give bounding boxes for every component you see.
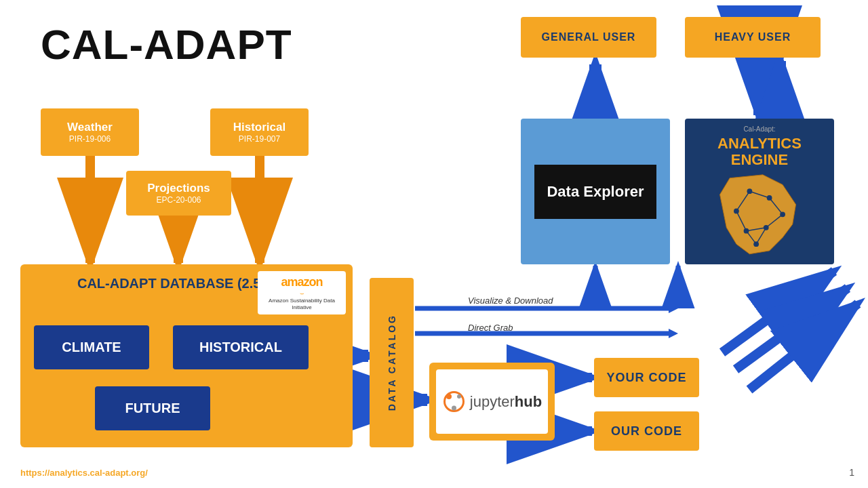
california-map — [709, 171, 810, 258]
analytics-pre: Cal-Adapt: — [743, 125, 775, 133]
weather-label: Weather — [67, 121, 113, 134]
page-title: CAL-ADAPT — [41, 20, 292, 68]
amazon-smile: ⌣ — [300, 289, 304, 298]
projections-sub: EPC-20-006 — [156, 195, 201, 205]
analytics-engine-container: Cal-Adapt: ANALYTICS ENGINE — [685, 119, 834, 264]
svg-marker-10 — [669, 304, 678, 313]
data-catalog-label: DATA CATALOG — [387, 314, 397, 411]
projections-label: Projections — [147, 182, 210, 195]
svg-text:Visualize & Download: Visualize & Download — [468, 296, 553, 306]
heavy-user-box: HEAVY USER — [685, 17, 821, 58]
analytics-title: ANALYTICS ENGINE — [692, 136, 827, 168]
jupyterhub-inner: jupyterhub — [436, 369, 548, 434]
amazon-logo: amazon — [281, 275, 322, 289]
historical-input-sub: PIR-19-007 — [239, 134, 280, 144]
svg-marker-11 — [669, 329, 678, 338]
jupyterhub-box: jupyterhub — [429, 363, 555, 441]
projections-box: Projections EPC-20-006 — [126, 171, 231, 216]
svg-point-44 — [452, 406, 456, 411]
svg-line-20 — [722, 271, 834, 352]
data-explorer-label: Data Explorer — [547, 183, 644, 201]
footer-link[interactable]: https://analytics.cal-adapt.org/ — [20, 468, 148, 478]
jupyter-label: jupyterhub — [470, 393, 542, 411]
weather-box: Weather PIR-19-006 — [41, 108, 139, 156]
historical-input-label: Historical — [233, 121, 285, 134]
amazon-badge: amazon ⌣ Amazon Sustainability Data Init… — [258, 271, 346, 314]
svg-point-42 — [446, 394, 452, 399]
svg-point-43 — [457, 394, 461, 399]
future-box: FUTURE — [95, 386, 210, 430]
climate-box: CLIMATE — [34, 325, 149, 369]
data-catalog-box: DATA CATALOG — [370, 278, 414, 447]
data-explorer-inner: Data Explorer — [534, 165, 656, 219]
historical-input-box: Historical PIR-19-007 — [210, 108, 309, 156]
svg-line-22 — [749, 304, 858, 390]
svg-line-21 — [736, 288, 848, 369]
svg-text:Direct Grab: Direct Grab — [468, 323, 513, 333]
jupyter-logo-icon — [442, 390, 466, 413]
general-user-box: GENERAL USER — [521, 17, 656, 58]
your-code-box: YOUR CODE — [594, 358, 699, 397]
historical-inner-box: HISTORICAL — [173, 325, 309, 369]
amazon-desc: Amazon Sustainability Data Initiative — [264, 298, 339, 310]
data-explorer-container: Data Explorer — [521, 119, 670, 264]
our-code-box: OUR CODE — [594, 411, 699, 451]
weather-sub: PIR-19-006 — [69, 134, 111, 144]
page-number: 1 — [849, 467, 854, 478]
